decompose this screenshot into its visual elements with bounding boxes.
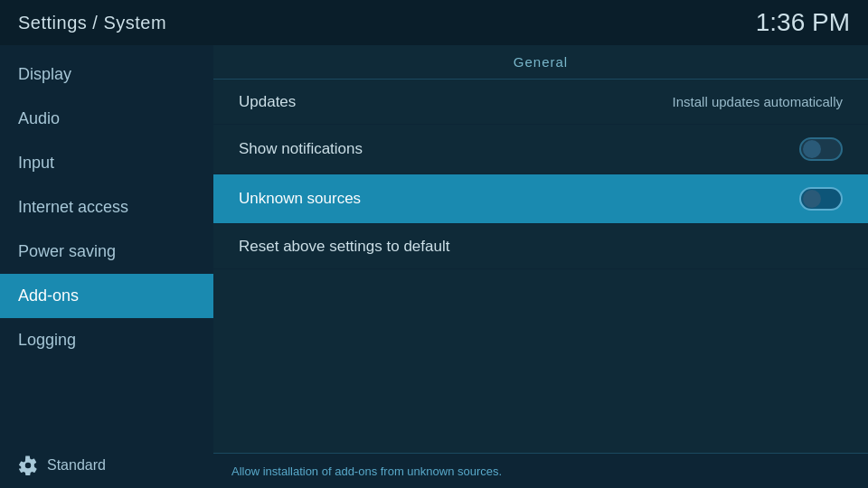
sidebar-item-display[interactable]: Display — [0, 52, 213, 97]
toggle-knob — [803, 140, 821, 158]
level-label: Standard — [47, 457, 106, 474]
settings-row-unknown-sources[interactable]: Unknown sources — [213, 174, 868, 224]
sidebar-item-power-saving[interactable]: Power saving — [0, 230, 213, 274]
sidebar-item-label: Display — [18, 65, 71, 84]
setting-label-unknown-sources: Unknown sources — [239, 190, 361, 208]
setting-label-show-notifications: Show notifications — [239, 140, 363, 158]
setting-label-updates: Updates — [239, 93, 296, 111]
sidebar-item-internet-access[interactable]: Internet access — [0, 185, 213, 230]
sidebar-item-label: Input — [18, 154, 54, 173]
sidebar-item-label: Add-ons — [18, 286, 79, 305]
sidebar-item-input[interactable]: Input — [0, 141, 213, 185]
section-general: General — [213, 45, 868, 80]
settings-row-reset[interactable]: Reset above settings to default — [213, 224, 868, 269]
sidebar-item-label: Audio — [18, 109, 60, 128]
toggle-show-notifications[interactable] — [799, 137, 843, 161]
sidebar-item-label: Internet access — [18, 198, 128, 217]
sidebar-item-add-ons[interactable]: Add-ons — [0, 274, 213, 318]
setting-value-updates: Install updates automatically — [673, 94, 843, 109]
status-text: Allow installation of add-ons from unkno… — [231, 465, 502, 478]
sidebar-item-label: Power saving — [18, 242, 116, 261]
sidebar: Display Audio Input Internet access Powe… — [0, 45, 213, 488]
toggle-knob-unknown-sources — [803, 190, 821, 208]
sidebar-item-audio[interactable]: Audio — [0, 97, 213, 141]
gear-icon — [18, 455, 38, 475]
page-title: Settings / System — [18, 13, 166, 33]
main-layout: Display Audio Input Internet access Powe… — [0, 45, 868, 488]
status-bar: Allow installation of add-ons from unkno… — [213, 453, 868, 488]
sidebar-item-logging[interactable]: Logging — [0, 318, 213, 362]
content-area: General Updates Install updates automati… — [213, 45, 868, 488]
clock: 1:36 PM — [756, 8, 850, 37]
header: Settings / System 1:36 PM — [0, 0, 868, 45]
settings-row-updates[interactable]: Updates Install updates automatically — [213, 80, 868, 125]
toggle-unknown-sources[interactable] — [799, 187, 843, 211]
settings-list: Updates Install updates automatically Sh… — [213, 80, 868, 453]
setting-label-reset: Reset above settings to default — [239, 238, 449, 256]
settings-row-show-notifications[interactable]: Show notifications — [213, 125, 868, 174]
sidebar-item-label: Logging — [18, 331, 76, 350]
sidebar-bottom-level[interactable]: Standard — [0, 443, 213, 488]
